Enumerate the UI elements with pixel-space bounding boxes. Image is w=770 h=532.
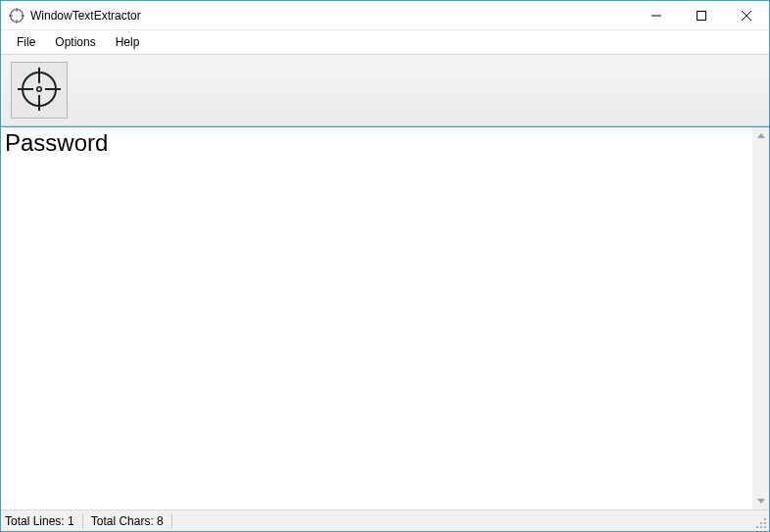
menu-file[interactable]: File [7,32,45,52]
svg-point-19 [760,526,762,528]
svg-point-20 [764,526,766,528]
svg-point-18 [756,526,758,528]
status-total-lines: Total Lines: 1 [1,513,83,529]
svg-point-16 [760,522,762,524]
menu-options[interactable]: Options [45,32,105,52]
svg-point-10 [37,86,41,90]
window-title: WindowTextExtractor [30,9,634,23]
status-total-chars: Total Chars: 8 [83,513,172,529]
scroll-track[interactable] [752,144,769,493]
maximize-button[interactable] [679,1,724,29]
svg-point-17 [764,522,766,524]
window-controls [634,1,769,29]
scroll-up-arrow[interactable] [752,127,769,144]
total-chars-value: 8 [157,514,164,528]
content-area [1,126,769,509]
minimize-button[interactable] [634,1,679,29]
menubar: File Options Help [1,30,769,54]
toolbar [1,54,769,126]
total-chars-label: Total Chars: [91,514,154,528]
extracted-text-area[interactable] [1,127,752,509]
close-button[interactable] [724,1,769,29]
statusbar: Total Lines: 1 Total Chars: 8 [1,509,769,531]
size-grip-icon[interactable] [755,517,767,529]
crosshair-icon [18,68,61,114]
app-icon [9,8,24,24]
finder-crosshair-button[interactable] [11,62,68,119]
vertical-scrollbar[interactable] [752,127,769,509]
total-lines-label: Total Lines: [5,514,65,528]
svg-rect-6 [698,11,706,20]
svg-point-15 [764,518,766,520]
total-lines-value: 1 [68,514,74,528]
scroll-down-arrow[interactable] [752,493,769,509]
titlebar: WindowTextExtractor [1,1,769,30]
menu-help[interactable]: Help [106,32,150,52]
